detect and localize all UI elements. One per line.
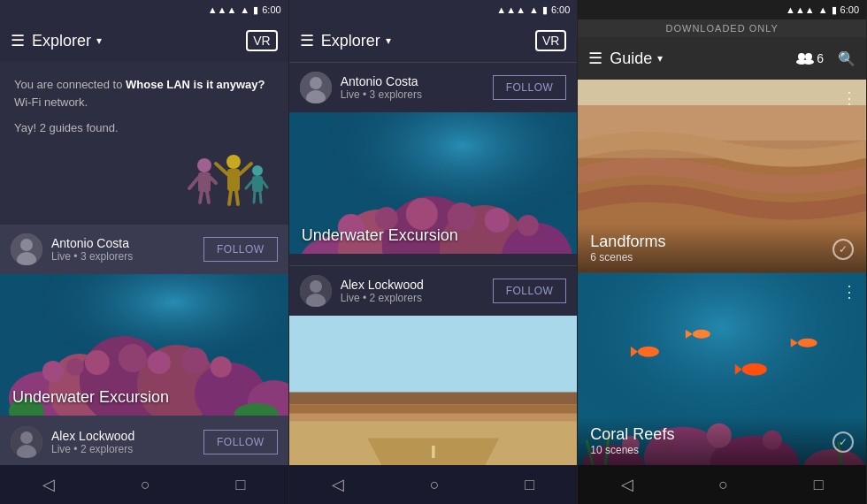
app-bar-3: ☰ Guide ▾ 6 🔍 — [578, 37, 866, 80]
card1-image: Underwater Excursion — [0, 274, 288, 416]
card1-header: Antonio Costa Live • 3 explorers FOLLOW — [0, 225, 288, 274]
svg-point-56 — [518, 215, 539, 236]
svg-rect-7 — [227, 169, 240, 191]
svg-point-73 — [803, 59, 814, 65]
menu-icon-1[interactable]: ☰ — [11, 33, 25, 49]
svg-point-60 — [310, 280, 322, 293]
guide-info-2a: Antonio Costa Live • 3 explorers — [341, 74, 484, 101]
illustration-area — [0, 145, 288, 225]
guide-item-landforms[interactable]: ⋮ Landforms 6 scenes ✓ — [578, 80, 866, 272]
svg-line-9 — [240, 164, 251, 174]
time-2: 6:00 — [551, 4, 570, 15]
guide-sub-2a: Live • 3 explorers — [341, 88, 484, 101]
menu-icon-2[interactable]: ☰ — [300, 33, 314, 49]
svg-point-83 — [693, 329, 710, 338]
svg-point-33 — [148, 351, 171, 374]
svg-line-2 — [189, 178, 198, 188]
follow-btn-1[interactable]: FOLLOW — [203, 237, 278, 262]
wifi-icon: ▲ — [240, 4, 249, 15]
svg-rect-13 — [252, 176, 263, 192]
svg-point-34 — [181, 347, 208, 374]
svg-line-5 — [207, 192, 209, 202]
people-illustration — [182, 149, 271, 220]
app-title-2: Explorer ▾ — [321, 32, 528, 50]
wifi-notice: You are connected to Whose LAN is it any… — [0, 62, 288, 118]
card2a-image: Underwater Excursion — [289, 112, 578, 254]
signal-icon-3: ▲▲▲ — [786, 4, 815, 15]
menu-icon-3[interactable]: ☰ — [588, 50, 602, 66]
recents-btn-2[interactable]: □ — [507, 469, 552, 501]
svg-point-39 — [20, 431, 33, 444]
svg-line-11 — [236, 191, 238, 204]
guide-sub-1: Live • 3 explorers — [51, 250, 195, 263]
guide-card-2a[interactable]: Antonio Costa Live • 3 explorers FOLLOW — [289, 62, 578, 262]
coral-title: Coral Reefs — [590, 425, 854, 444]
landforms-info: Landforms 6 scenes — [578, 224, 866, 272]
app-title-3: Guide ▾ — [610, 50, 789, 68]
dropdown-icon-1[interactable]: ▾ — [96, 34, 102, 47]
home-btn-2[interactable]: ○ — [412, 469, 457, 501]
search-btn-3[interactable]: 🔍 — [838, 50, 855, 67]
signal-icon-2: ▲▲▲ — [496, 4, 526, 15]
dropdown-icon-2[interactable]: ▾ — [386, 34, 391, 47]
vr-icon-2[interactable]: VR — [535, 30, 566, 51]
svg-line-4 — [200, 192, 202, 202]
more-icon-2[interactable]: ⋮ — [841, 282, 857, 302]
svg-rect-69 — [289, 414, 578, 422]
vr-icon-1[interactable]: VR — [246, 30, 277, 51]
avatar-2-partial — [11, 426, 42, 458]
partial-card-1: Alex Lockwood Live • 2 explorers FOLLOW — [0, 419, 288, 465]
recents-btn-3[interactable]: □ — [796, 469, 841, 501]
svg-point-42 — [310, 77, 322, 89]
more-icon-1[interactable]: ⋮ — [841, 88, 857, 108]
svg-point-85 — [742, 363, 767, 375]
guide-sub-2b: Live • 2 explorers — [341, 292, 484, 304]
svg-point-19 — [20, 239, 33, 251]
status-bar-3: ▲▲▲ ▲ ▮ 6:00 — [578, 0, 866, 19]
home-btn-3[interactable]: ○ — [701, 469, 746, 501]
coral-info: Coral Reefs 10 scenes — [578, 416, 866, 465]
card2a-label: Underwater Excursion — [302, 226, 458, 245]
guide-info-1: Antonio Costa Live • 3 explorers — [51, 236, 195, 263]
status-bar-2: ▲▲▲ ▲ ▮ 6:00 — [289, 0, 578, 19]
panel-3: ▲▲▲ ▲ ▮ 6:00 DOWNLOADED ONLY ☰ Guide ▾ 6… — [578, 0, 867, 504]
app-bar-2: ☰ Explorer ▾ VR — [289, 19, 578, 62]
follow-btn-2b[interactable]: FOLLOW — [493, 279, 567, 303]
back-btn-3[interactable]: ◁ — [603, 468, 651, 501]
card1-label: Underwater Excursion — [12, 388, 169, 407]
guide-card-1[interactable]: Antonio Costa Live • 3 explorers FOLLOW — [0, 225, 288, 419]
svg-point-30 — [66, 358, 84, 376]
svg-point-35 — [211, 356, 232, 378]
follow-btn-2a[interactable]: FOLLOW — [493, 75, 567, 100]
dropdown-icon-3[interactable]: ▾ — [657, 52, 663, 65]
svg-line-16 — [254, 192, 255, 202]
home-btn-1[interactable]: ○ — [123, 469, 168, 501]
time-1: 6:00 — [262, 4, 280, 15]
svg-point-70 — [798, 53, 805, 60]
signal-icon: ▲▲▲ — [208, 4, 237, 15]
landforms-sub: 6 scenes — [590, 251, 854, 263]
recents-btn-1[interactable]: □ — [218, 469, 263, 501]
back-btn-2[interactable]: ◁ — [314, 468, 362, 501]
status-bar-1: ▲▲▲ ▲ ▮ 6:00 — [0, 0, 288, 19]
svg-point-71 — [805, 53, 812, 60]
back-btn-1[interactable]: ◁ — [25, 468, 73, 501]
guide-list: ⋮ Landforms 6 scenes ✓ — [578, 80, 866, 465]
avatar-2b — [300, 275, 332, 307]
guide-card-2b[interactable]: Alex Lockwood Live • 2 explorers FOLLOW — [289, 265, 578, 465]
svg-line-17 — [260, 192, 261, 202]
svg-point-53 — [406, 198, 438, 230]
svg-line-3 — [211, 178, 216, 183]
svg-point-31 — [85, 350, 110, 375]
avatar-1 — [11, 233, 42, 265]
guide-item-coral[interactable]: ⋮ Coral Reefs 10 scenes ✓ — [578, 273, 866, 466]
card2b-image — [289, 316, 578, 465]
svg-point-0 — [197, 158, 211, 172]
partial-guide-sub: Live • 2 explorers — [51, 443, 195, 455]
yay-text: Yay! 2 guides found. — [0, 118, 288, 145]
follow-btn-partial[interactable]: FOLLOW — [203, 430, 278, 454]
svg-point-55 — [485, 208, 510, 233]
svg-point-29 — [42, 361, 64, 382]
guide-name-1: Antonio Costa — [51, 236, 195, 250]
battery-icon-3: ▮ — [832, 4, 837, 16]
